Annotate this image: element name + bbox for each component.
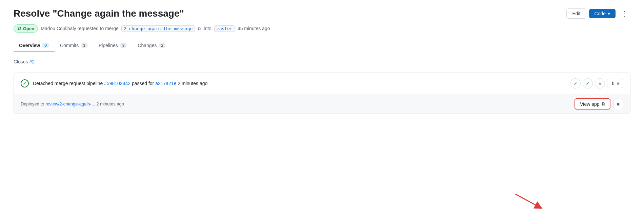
mr-title: Resolve "Change again the message" bbox=[14, 8, 566, 19]
into-text: into bbox=[204, 26, 212, 31]
view-app-button[interactable]: View app ⧉ bbox=[575, 98, 610, 110]
merge-request-icon: ⇄ bbox=[17, 26, 21, 31]
pipeline-description-prefix: Detached merge request pipeline bbox=[33, 81, 103, 86]
stop-button[interactable]: ■ bbox=[613, 99, 623, 109]
pipeline-text: Detached merge request pipeline #5981024… bbox=[33, 81, 207, 86]
pipeline-time-ago: 2 minutes ago bbox=[178, 81, 207, 86]
forward-icon: » bbox=[599, 81, 601, 86]
tab-commits-count: 3 bbox=[81, 43, 88, 48]
tabs-row: Overview 0 Commits 3 Pipelines 3 Changes… bbox=[14, 39, 630, 52]
tab-pipelines[interactable]: Pipelines 3 bbox=[93, 39, 133, 52]
deploy-link[interactable]: review/2-change-again-... bbox=[45, 101, 95, 106]
target-branch: master bbox=[214, 25, 235, 32]
external-link-icon: ⧉ bbox=[602, 101, 605, 107]
pipeline-check-button-1[interactable]: ✓ bbox=[570, 78, 581, 88]
copy-icon[interactable]: ⧉ bbox=[198, 26, 201, 32]
time-ago: 45 minutes ago bbox=[238, 26, 270, 31]
meta-description: Madou Coulibaly requested to merge bbox=[41, 26, 119, 31]
closes-section: Closes #2 bbox=[14, 59, 630, 64]
pipeline-id-link[interactable]: #598102442 bbox=[104, 81, 130, 86]
deployed-label: Deployed to bbox=[21, 101, 44, 106]
code-label: Code bbox=[595, 11, 606, 16]
chevron-down-icon: ▾ bbox=[608, 11, 610, 16]
tab-pipelines-count: 3 bbox=[120, 43, 127, 48]
tab-changes-label: Changes bbox=[138, 43, 157, 48]
deployment-info: Deployed to review/2-change-again-... 2 … bbox=[21, 101, 124, 106]
download-icon: ⬇ bbox=[611, 81, 615, 86]
closes-issue-link[interactable]: #2 bbox=[29, 59, 35, 64]
pipeline-forward-button[interactable]: » bbox=[595, 78, 605, 88]
header-actions: Edit Code ▾ ⋮ bbox=[566, 8, 630, 19]
pipeline-download-button[interactable]: ⬇ ∨ bbox=[607, 79, 623, 88]
tab-overview-count: 0 bbox=[42, 43, 49, 48]
tab-commits-label: Commits bbox=[60, 43, 79, 48]
deployment-actions: View app ⧉ ■ bbox=[575, 98, 623, 110]
status-badge: ⇄ Open bbox=[14, 24, 38, 33]
pipeline-info: ✓ Detached merge request pipeline #59810… bbox=[21, 79, 207, 87]
pipeline-description-middle: passed for bbox=[132, 81, 154, 86]
view-app-label: View app bbox=[580, 101, 599, 107]
more-options-button[interactable]: ⋮ bbox=[618, 8, 630, 19]
tab-pipelines-label: Pipelines bbox=[99, 43, 118, 48]
check-icon-1: ✓ bbox=[573, 81, 578, 86]
deployment-row: Deployed to review/2-change-again-... 2 … bbox=[14, 94, 630, 114]
tab-overview[interactable]: Overview 0 bbox=[14, 39, 55, 52]
check-icon-2: ✓ bbox=[586, 81, 590, 86]
tab-commits[interactable]: Commits 3 bbox=[55, 39, 93, 52]
pipeline-status-icon: ✓ bbox=[21, 79, 29, 87]
tab-overview-label: Overview bbox=[19, 43, 40, 48]
edit-button[interactable]: Edit bbox=[566, 8, 586, 19]
pipeline-commit-link[interactable]: a217a21e bbox=[155, 81, 176, 86]
closes-label: Closes bbox=[14, 59, 28, 64]
source-branch-link[interactable]: 2-change-again-the-message bbox=[121, 25, 195, 32]
tab-changes[interactable]: Changes 2 bbox=[132, 39, 171, 52]
deployment-time-ago: 2 minutes ago bbox=[96, 101, 124, 106]
download-chevron: ∨ bbox=[616, 81, 620, 86]
tab-changes-count: 2 bbox=[159, 43, 166, 48]
pipeline-main-row: ✓ Detached merge request pipeline #59810… bbox=[14, 73, 630, 94]
pipeline-card: ✓ Detached merge request pipeline #59810… bbox=[14, 73, 630, 114]
code-button[interactable]: Code ▾ bbox=[589, 9, 616, 18]
pipeline-actions: ✓ ✓ » ⬇ ∨ bbox=[570, 78, 623, 88]
pipeline-check-button-2[interactable]: ✓ bbox=[583, 78, 593, 88]
meta-row: ⇄ Open Madou Coulibaly requested to merg… bbox=[14, 24, 630, 33]
